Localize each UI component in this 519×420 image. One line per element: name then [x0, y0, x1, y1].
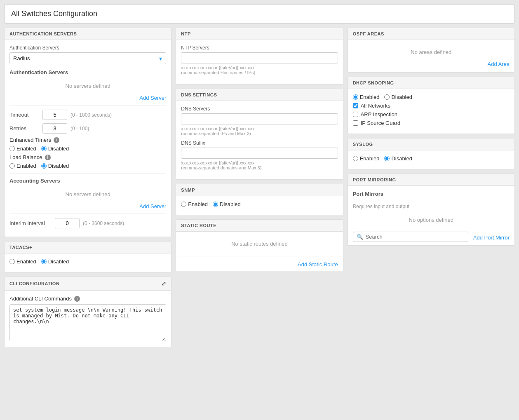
auth-servers-subtitle: Authentication Servers	[9, 69, 166, 75]
snmp-header: SNMP	[176, 184, 343, 196]
load-balance-enabled-label[interactable]: Enabled	[9, 163, 36, 169]
load-balance-radio-group: Enabled Disabled	[9, 163, 166, 169]
cli-textarea[interactable]: set system login message \n\n Warning! T…	[9, 304, 166, 341]
ntp-header: NTP	[176, 28, 343, 40]
timeout-row: Timeout (0 - 1000 seconds)	[9, 110, 166, 120]
dhcp-disabled-label[interactable]: Disabled	[384, 94, 412, 100]
interim-input[interactable]	[55, 218, 80, 228]
load-balance-enabled-radio[interactable]	[9, 163, 15, 169]
syslog-radio-group: Enabled Disabled	[353, 155, 510, 162]
retries-input[interactable]	[42, 123, 67, 134]
cli-additional-label: Additional CLI Commands	[9, 296, 72, 302]
timeout-label: Timeout	[9, 112, 42, 118]
all-networks-checkbox-label[interactable]: All Networks	[353, 103, 510, 109]
syslog-disabled-radio[interactable]	[384, 156, 390, 161]
ip-source-guard-checkbox[interactable]	[353, 120, 358, 126]
retries-row: Retries (0 - 100)	[9, 123, 166, 134]
add-auth-server-link[interactable]: Add Server	[9, 95, 166, 101]
dns-header: DNS SETTINGS	[176, 89, 343, 101]
syslog-enabled-radio[interactable]	[353, 156, 358, 161]
snmp-radio-group: Enabled Disabled	[181, 201, 338, 207]
tacacs-enabled-radio[interactable]	[9, 259, 15, 264]
dhcp-snooping-panel: DHCP SNOOPING Enabled Disabled	[348, 77, 515, 134]
add-ospf-area-link[interactable]: Add Area	[353, 61, 510, 67]
dhcp-enabled-label[interactable]: Enabled	[353, 94, 380, 100]
cli-panel: CLI CONFIGURATION ⤢ Additional CLI Comma…	[4, 277, 171, 348]
enhanced-timers-disabled-radio[interactable]	[41, 146, 47, 151]
ospf-panel: OSPF AREAS No areas defined Add Area	[348, 28, 515, 73]
enhanced-timers-enabled-radio[interactable]	[9, 146, 15, 151]
cli-info-icon[interactable]: i	[74, 296, 80, 302]
dhcp-disabled-radio[interactable]	[384, 94, 390, 100]
timeout-hint: (0 - 1000 seconds)	[70, 112, 112, 118]
syslog-header: SYSLOG	[348, 138, 514, 150]
ntp-hint: xxx.xxx.xxx.xxx or {{siteVar}}.xxx.xxx (…	[181, 65, 338, 75]
no-ospf-areas-text: No areas defined	[353, 45, 510, 59]
tacacs-disabled-label[interactable]: Disabled	[41, 258, 69, 265]
dns-suffix-input[interactable]	[181, 148, 338, 159]
syslog-disabled-label[interactable]: Disabled	[384, 155, 412, 162]
static-route-footer: Add Static Route	[176, 256, 343, 271]
dhcp-radio-group: Enabled Disabled	[353, 94, 510, 100]
enhanced-timers-enabled-label[interactable]: Enabled	[9, 145, 36, 152]
dns-suffix-label: DNS Suffix	[181, 140, 338, 146]
snmp-disabled-label[interactable]: Disabled	[213, 201, 241, 207]
search-icon: 🔍	[357, 234, 363, 240]
cli-additional-section: Additional CLI Commands i	[9, 296, 166, 302]
add-port-mirror-link[interactable]: Add Port Mirror	[473, 235, 510, 241]
no-static-routes-text: No static routes defined	[181, 237, 338, 251]
dns-suffix-hint: xxx.xxx.xxx.xxx or {{siteVar}}.xxx.xxx (…	[181, 160, 338, 170]
ip-source-guard-checkbox-label[interactable]: IP Source Guard	[353, 120, 510, 126]
left-column: AUTHENTICATION SERVERS Authentication Se…	[4, 28, 171, 348]
interim-hint: (0 - 3600 seconds)	[83, 221, 124, 226]
dns-servers-hint: xxx.xxx.xxx.xxx or {{siteVar}}.xxx.xxx (…	[181, 126, 338, 136]
load-balance-disabled-label[interactable]: Disabled	[41, 163, 69, 169]
port-mirroring-header: PORT MIRRORING	[348, 174, 514, 186]
load-balance-info-icon[interactable]: i	[45, 155, 51, 160]
interim-label: Interim Interval	[9, 220, 55, 226]
server-type-select[interactable]: Radius TACACS+ LDAP	[9, 52, 166, 64]
no-port-mirror-text: No options defined	[348, 213, 514, 228]
tacacs-radio-group: Enabled Disabled	[9, 258, 166, 265]
expand-icon[interactable]: ⤢	[161, 280, 167, 287]
no-auth-servers-text: No servers defined	[9, 79, 166, 93]
load-balance-disabled-radio[interactable]	[41, 163, 47, 169]
ntp-servers-input[interactable]	[181, 52, 338, 63]
dns-servers-input[interactable]	[181, 113, 338, 124]
page-title-bar: All Switches Configuration	[4, 4, 515, 23]
snmp-enabled-label[interactable]: Enabled	[181, 201, 208, 207]
enhanced-timers-section: Enhanced Timers i	[9, 137, 166, 143]
interim-row: Interim Interval (0 - 3600 seconds)	[9, 218, 166, 228]
page-title: All Switches Configuration	[11, 9, 508, 18]
all-networks-checkbox[interactable]	[353, 103, 358, 108]
timeout-input[interactable]	[42, 110, 67, 120]
tacacs-enabled-label[interactable]: Enabled	[9, 258, 36, 265]
port-mirror-search-wrapper[interactable]: 🔍	[353, 232, 468, 242]
snmp-disabled-radio[interactable]	[213, 202, 218, 207]
no-accounting-text: No servers defined	[9, 187, 166, 202]
add-accounting-link[interactable]: Add Server	[9, 203, 166, 209]
dns-panel: DNS SETTINGS DNS Servers xxx.xxx.xxx.xxx…	[176, 89, 343, 180]
snmp-panel: SNMP Enabled Disabled	[176, 184, 343, 215]
tacacs-disabled-radio[interactable]	[41, 259, 47, 264]
arp-inspection-checkbox-label[interactable]: ARP Inspection	[353, 111, 510, 117]
arp-inspection-label: ARP Inspection	[361, 111, 397, 117]
syslog-enabled-label[interactable]: Enabled	[353, 155, 380, 162]
snmp-enabled-radio[interactable]	[181, 202, 186, 207]
all-networks-label: All Networks	[361, 103, 390, 109]
server-type-select-wrapper[interactable]: Radius TACACS+ LDAP ▾	[9, 52, 166, 64]
ospf-header: OSPF AREAS	[348, 28, 514, 40]
enhanced-timers-info-icon[interactable]: i	[54, 137, 59, 143]
load-balance-label: Load Balance	[9, 154, 42, 160]
ip-source-guard-label: IP Source Guard	[361, 120, 401, 126]
port-mirror-search-input[interactable]	[366, 234, 465, 240]
right-column: OSPF AREAS No areas defined Add Area DHC…	[348, 28, 515, 246]
dhcp-enabled-radio[interactable]	[353, 94, 358, 100]
arp-inspection-checkbox[interactable]	[353, 112, 358, 117]
enhanced-timers-disabled-label[interactable]: Disabled	[41, 145, 69, 152]
port-mirror-footer: 🔍 Add Port Mirror	[348, 228, 514, 245]
cli-header: CLI CONFIGURATION ⤢	[5, 277, 171, 291]
port-mirroring-panel: PORT MIRRORING Port Mirrors Requires inp…	[348, 174, 515, 246]
static-route-header: STATIC ROUTE	[176, 220, 343, 232]
add-static-route-link[interactable]: Add Static Route	[298, 261, 338, 267]
